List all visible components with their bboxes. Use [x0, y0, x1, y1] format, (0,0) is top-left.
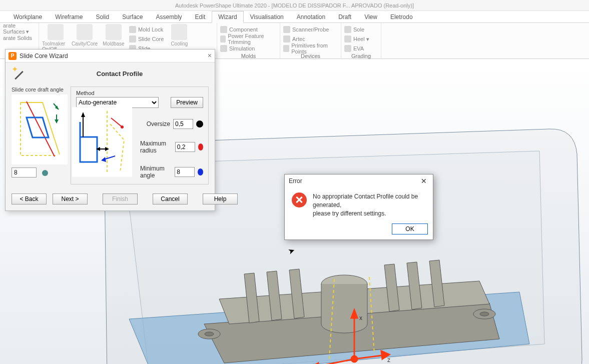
- simulation-button[interactable]: Simulation: [220, 44, 277, 53]
- sole-icon: [344, 26, 351, 33]
- oversize-input[interactable]: [173, 119, 193, 129]
- artec-icon: [283, 36, 290, 42]
- minangle-color-dot: [198, 168, 203, 176]
- tab-wizard[interactable]: Wizard: [212, 11, 243, 23]
- eva-icon: [344, 45, 351, 52]
- ribbon-tabbar: Workplane Wireframe Solid Surface Assemb…: [0, 11, 589, 23]
- slide-core-wizard-dialog: P Slide Core Wizard × Contact Profile Sl…: [5, 49, 215, 211]
- minangle-input[interactable]: [175, 167, 195, 177]
- toolmaker-icon: [48, 24, 64, 40]
- toolmaker-button[interactable]: Toolmaker On/Off: [42, 24, 69, 52]
- oversize-color-dot: [196, 120, 203, 128]
- maxradius-input[interactable]: [175, 142, 195, 152]
- maxradius-color-dot: [198, 144, 203, 150]
- svg-point-11: [351, 356, 357, 362]
- scanner-icon: [283, 26, 290, 33]
- svg-marker-13: [27, 118, 49, 138]
- error-close-button[interactable]: ✕: [419, 177, 429, 185]
- error-message: No appropriate Contact Profile could be …: [313, 192, 426, 218]
- wizard-wand-icon: [13, 66, 27, 80]
- svg-point-24: [121, 126, 124, 128]
- error-title-text: Error: [289, 178, 302, 184]
- preview-button[interactable]: Preview: [171, 97, 203, 108]
- help-button[interactable]: Help: [203, 194, 238, 204]
- cavitycore-icon: [77, 24, 93, 40]
- oversize-label: Oversize: [147, 120, 170, 128]
- method-label: Method: [76, 90, 203, 96]
- minangle-label: Minimum angle: [140, 165, 172, 179]
- primitives-button[interactable]: Primitives from Points: [283, 44, 338, 53]
- svg-marker-17: [55, 120, 59, 124]
- method-select[interactable]: Auto-generate: [76, 97, 159, 108]
- heel-button[interactable]: Heel ▾: [344, 34, 378, 44]
- draft-angle-diagram: [12, 94, 68, 164]
- cavitycore-button[interactable]: Cavity/Core: [71, 24, 98, 46]
- maxradius-label: Maximum radius: [140, 140, 172, 154]
- axis-z-label: z: [387, 356, 390, 364]
- svg-point-4: [480, 312, 489, 316]
- component-icon: [220, 26, 227, 33]
- pft-button[interactable]: Power Feature Trimming: [220, 34, 277, 44]
- error-icon: [292, 192, 307, 208]
- cancel-button[interactable]: Cancel: [153, 194, 188, 204]
- wizard-page-title: Contact Profile: [32, 70, 208, 78]
- tab-annotation[interactable]: Annotation: [290, 11, 332, 22]
- sole-button[interactable]: Sole: [344, 25, 378, 34]
- wizard-close-button[interactable]: ×: [208, 52, 212, 60]
- svg-line-23: [111, 118, 122, 127]
- separate-surfaces-button[interactable]: arate Surfaces ▾: [3, 24, 36, 33]
- back-button[interactable]: < Back: [12, 194, 47, 204]
- separate-solids-button[interactable]: arate Solids: [3, 34, 36, 42]
- draft-angle-color-dot: [42, 170, 48, 176]
- simulation-icon: [220, 45, 227, 52]
- cooling-button[interactable]: Cooling: [166, 24, 193, 46]
- tab-eletrodo[interactable]: Eletrodo: [384, 11, 419, 22]
- svg-point-2: [205, 332, 214, 336]
- tab-wireframe[interactable]: Wireframe: [49, 11, 89, 22]
- error-dialog: Error ✕ No appropriate Contact Profile c…: [284, 174, 433, 240]
- tab-assembly[interactable]: Assembly: [150, 11, 189, 22]
- moldbase-icon: [106, 24, 122, 40]
- app-titlebar: Autodesk PowerShape Ultimate 2020 - [MOD…: [0, 0, 589, 11]
- tab-draft[interactable]: Draft: [332, 11, 358, 22]
- tab-surface[interactable]: Surface: [116, 11, 149, 22]
- primitives-icon: [283, 45, 289, 52]
- finish-button: Finish: [103, 194, 138, 204]
- tab-view[interactable]: View: [358, 11, 384, 22]
- draft-angle-input[interactable]: [12, 168, 37, 178]
- tab-edit[interactable]: Edit: [189, 11, 212, 22]
- tab-visualisation[interactable]: Visualisation: [244, 11, 290, 22]
- svg-marker-26: [101, 157, 106, 162]
- axis-x-label: x: [359, 314, 362, 322]
- error-ok-button[interactable]: OK: [392, 224, 428, 234]
- wizard-titlebar[interactable]: P Slide Core Wizard ×: [6, 50, 215, 62]
- svg-marker-19: [81, 112, 85, 117]
- tab-workplane[interactable]: Workplane: [7, 11, 49, 22]
- next-button[interactable]: Next >: [53, 194, 88, 204]
- scanner-button[interactable]: Scanner/Probe: [283, 25, 338, 34]
- pft-icon: [220, 36, 226, 42]
- slidecore-button[interactable]: Slide Core: [129, 34, 164, 44]
- tab-solid[interactable]: Solid: [89, 11, 116, 22]
- draft-angle-label: Slide core draft angle: [12, 86, 68, 92]
- eva-button[interactable]: EVA: [344, 44, 378, 53]
- moldlock-button[interactable]: Mold Lock: [129, 25, 164, 34]
- cooling-icon: [171, 24, 187, 40]
- wizard-window-title: Slide Core Wizard: [20, 52, 68, 60]
- slidecore-icon: [129, 36, 136, 42]
- heel-icon: [344, 36, 351, 42]
- powershape-app-icon: P: [9, 52, 17, 60]
- profile-diagram: [72, 107, 132, 177]
- moldbase-button[interactable]: Moldbase: [100, 24, 127, 46]
- moldlock-icon: [129, 26, 136, 33]
